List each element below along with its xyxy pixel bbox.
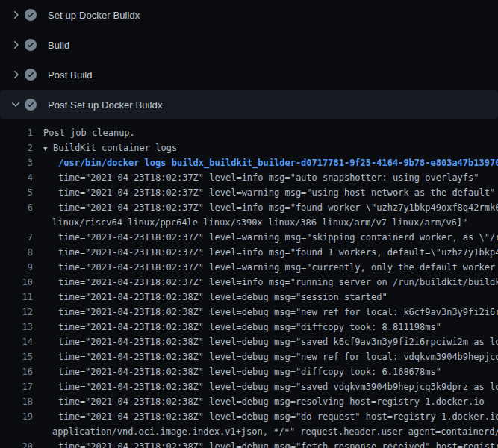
line-number[interactable]: 11 xyxy=(0,290,33,305)
log-row: 6 time="2021-04-23T18:02:37Z" level=info… xyxy=(0,200,498,215)
line-number xyxy=(0,215,33,230)
log-text: application/vnd.oci.image.index.v1+json,… xyxy=(52,424,498,439)
step-row-build[interactable]: Build xyxy=(0,30,498,60)
log-row: 3 /usr/bin/docker logs buildx_buildkit_b… xyxy=(0,155,498,170)
log-text: time="2021-04-23T18:02:37Z" level=warnin… xyxy=(58,230,498,245)
log-row: 7 time="2021-04-23T18:02:37Z" level=warn… xyxy=(0,230,498,245)
step-row-set-up-docker-buildx[interactable]: Set up Docker Buildx xyxy=(0,0,498,30)
log-text: Post job cleanup. xyxy=(43,125,135,140)
log-row: 16 time="2021-04-23T18:02:38Z" level=deb… xyxy=(0,364,498,379)
log-row: 8 time="2021-04-23T18:02:37Z" level=info… xyxy=(0,245,498,260)
log-text: time="2021-04-23T18:02:38Z" level=debug … xyxy=(58,379,498,394)
line-number[interactable]: 18 xyxy=(0,394,33,409)
log-text: ▼BuildKit container logs xyxy=(43,140,177,155)
step-label: Post Set up Docker Buildx xyxy=(48,99,163,111)
chevron-down-icon[interactable] xyxy=(10,99,22,111)
chevron-right-icon[interactable] xyxy=(10,39,22,51)
group-title[interactable]: BuildKit container logs xyxy=(53,143,177,153)
log-row: 19 time="2021-04-23T18:02:38Z" level=deb… xyxy=(0,409,498,424)
log-row: 12 time="2021-04-23T18:02:38Z" level=deb… xyxy=(0,305,498,320)
log-text: time="2021-04-23T18:02:38Z" level=debug … xyxy=(58,290,387,305)
check-circle-icon xyxy=(25,99,37,111)
log-text: time="2021-04-23T18:02:38Z" level=debug … xyxy=(58,335,498,349)
log-row: 18 time="2021-04-23T18:02:38Z" level=deb… xyxy=(0,394,498,409)
line-number[interactable]: 13 xyxy=(0,320,33,335)
line-number[interactable]: 7 xyxy=(0,230,33,245)
line-number[interactable]: 5 xyxy=(0,185,33,200)
line-number[interactable]: 3 xyxy=(0,155,33,170)
log-row: 1 Post job cleanup. xyxy=(0,125,498,140)
line-number[interactable]: 1 xyxy=(0,125,33,140)
log-text: time="2021-04-23T18:02:37Z" level=warnin… xyxy=(58,260,498,275)
log-row: 11 time="2021-04-23T18:02:38Z" level=deb… xyxy=(0,290,498,305)
log-text: time="2021-04-23T18:02:38Z" level=debug … xyxy=(58,439,498,448)
steps-list: Set up Docker Buildx Build Post Build Po… xyxy=(0,0,498,119)
log-row: 2 ▼BuildKit container logs xyxy=(0,140,498,155)
step-label: Post Build xyxy=(48,69,93,81)
log-row: 13 time="2021-04-23T18:02:38Z" level=deb… xyxy=(0,320,498,335)
log-text: time="2021-04-23T18:02:38Z" level=debug … xyxy=(58,320,441,335)
line-number[interactable]: 8 xyxy=(0,245,33,260)
log-row: 17 time="2021-04-23T18:02:38Z" level=deb… xyxy=(0,379,498,394)
log-row: 4 time="2021-04-23T18:02:37Z" level=info… xyxy=(0,170,498,185)
log-text: time="2021-04-23T18:02:38Z" level=debug … xyxy=(58,364,441,379)
line-number[interactable]: 20 xyxy=(0,439,33,448)
log-text: time="2021-04-23T18:02:37Z" level=info m… xyxy=(58,245,498,260)
log-area: 1 Post job cleanup. 2 ▼BuildKit containe… xyxy=(0,119,498,448)
log-row: 9 time="2021-04-23T18:02:37Z" level=warn… xyxy=(0,260,498,275)
log-row: 20 time="2021-04-23T18:02:38Z" level=deb… xyxy=(0,439,498,448)
check-circle-icon xyxy=(25,39,37,51)
command-text: /usr/bin/docker logs buildx_buildkit_bui… xyxy=(58,155,498,170)
line-number[interactable]: 10 xyxy=(0,275,33,290)
log-text: time="2021-04-23T18:02:37Z" level=info m… xyxy=(58,200,498,215)
line-number[interactable]: 16 xyxy=(0,364,33,379)
log-text: time="2021-04-23T18:02:37Z" level=info m… xyxy=(58,170,479,185)
log-row: 10 time="2021-04-23T18:02:37Z" level=inf… xyxy=(0,275,498,290)
step-row-post-set-up-docker-buildx[interactable]: Post Set up Docker Buildx xyxy=(0,90,498,119)
log-text: time="2021-04-23T18:02:38Z" level=debug … xyxy=(58,394,485,409)
log-text: time="2021-04-23T18:02:38Z" level=debug … xyxy=(58,409,498,424)
line-number[interactable]: 9 xyxy=(0,260,33,275)
line-number[interactable]: 17 xyxy=(0,379,33,394)
log-text: linux/riscv64 linux/ppc64le linux/s390x … xyxy=(52,215,467,230)
chevron-right-icon[interactable] xyxy=(10,69,22,81)
log-text: time="2021-04-23T18:02:38Z" level=debug … xyxy=(58,349,498,364)
line-number xyxy=(0,424,33,439)
line-number[interactable]: 2 xyxy=(0,140,33,155)
step-label: Set up Docker Buildx xyxy=(48,10,140,21)
line-number[interactable]: 6 xyxy=(0,200,33,215)
log-row: 14 time="2021-04-23T18:02:38Z" level=deb… xyxy=(0,335,498,349)
log-text: time="2021-04-23T18:02:38Z" level=debug … xyxy=(58,305,498,320)
line-number[interactable]: 15 xyxy=(0,349,33,364)
line-number[interactable]: 4 xyxy=(0,170,33,185)
log-row: application/vnd.oci.image.index.v1+json,… xyxy=(0,424,498,439)
log-text: time="2021-04-23T18:02:37Z" level=info m… xyxy=(58,275,498,290)
line-number[interactable]: 12 xyxy=(0,305,33,320)
line-number[interactable]: 19 xyxy=(0,409,33,424)
line-number[interactable]: 14 xyxy=(0,335,33,349)
step-label: Build xyxy=(48,40,69,51)
log-text: time="2021-04-23T18:02:37Z" level=warnin… xyxy=(58,185,495,200)
group-toggle-icon[interactable]: ▼ xyxy=(43,141,53,156)
step-row-post-build[interactable]: Post Build xyxy=(0,60,498,90)
chevron-right-icon[interactable] xyxy=(10,9,22,21)
check-circle-icon xyxy=(25,9,37,21)
log-row: 5 time="2021-04-23T18:02:37Z" level=warn… xyxy=(0,185,498,200)
log-row: linux/riscv64 linux/ppc64le linux/s390x … xyxy=(0,215,498,230)
check-circle-icon xyxy=(25,69,37,81)
log-row: 15 time="2021-04-23T18:02:38Z" level=deb… xyxy=(0,349,498,364)
